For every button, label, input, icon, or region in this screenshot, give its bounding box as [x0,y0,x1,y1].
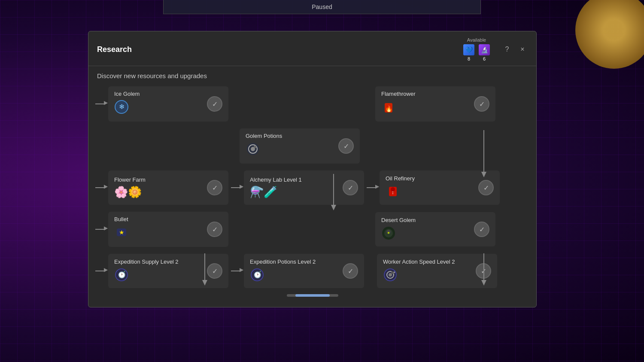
flamethrower-check[interactable]: ✓ [474,96,489,112]
arrow-ice-golem: ▶ [95,103,106,104]
available-items: 💙 8 🔬 6 [463,44,490,61]
potion-count: 8 [468,56,470,61]
scrollbar-area [95,294,529,297]
card-worker-speed[interactable]: Worker Action Speed Level 2 ✦ ✓ [377,254,497,288]
card-alchemy-lab-content: Alchemy Lab Level 1 ⚗️🧪 [250,176,343,199]
oil-refinery-check[interactable]: ✓ [478,180,494,195]
modal-title: Research [97,45,132,54]
expedition-supply-icon: 🕐 + [114,268,207,284]
ice-golem-check[interactable]: ✓ [207,96,222,112]
available-flask: 🔬 6 [479,44,490,61]
worker-speed-icon: ✦ [383,268,476,284]
card-flower-farm[interactable]: Flower Farm 🌸🌼 ✓ [108,170,228,205]
card-alchemy-lab[interactable]: Alchemy Lab Level 1 ⚗️🧪 ✓ [244,170,364,205]
svg-text:★: ★ [119,229,125,236]
svg-text:+: + [259,270,261,274]
golem-potions-title: Golem Potions [246,133,338,139]
desert-golem-icon: ● [381,226,474,242]
oil-refinery-icon: ! [386,184,478,201]
available-section: Available 💙 8 🔬 6 [463,37,490,61]
card-flower-farm-content: Flower Farm 🌸🌼 [114,176,207,199]
flower-farm-title: Flower Farm [114,176,207,183]
expedition-supply-check[interactable]: ✓ [207,263,222,279]
bullet-title: Bullet [114,216,207,222]
svg-text:+: + [124,270,126,274]
flamethrower-title: Flamethrower [381,91,474,97]
expedition-potions-check[interactable]: ✓ [343,263,358,279]
card-expedition-supply-content: Expedition Supply Level 2 🕐 + [114,259,207,284]
card-expedition-potions[interactable]: Expedition Potions Level 2 🕑 + ✓ [244,254,364,288]
svg-text:✦: ✦ [393,271,396,274]
golem-potions-check[interactable]: ✓ [338,138,354,154]
row-4: ▶ Bullet ★ ✓ [95,209,529,249]
scrollbar-thumb[interactable] [295,294,330,297]
oil-refinery-title: Oil Refinery [386,175,478,182]
card-desert-golem-content: Desert Golem ● [381,217,474,242]
flower-farm-check[interactable]: ✓ [207,180,222,195]
svg-text:●: ● [387,230,390,235]
ice-golem-icon: ❄ [114,100,207,117]
connector-lab-refinery: ▶ [367,187,377,188]
arrow-flower-farm: ▶ [95,187,106,188]
card-ice-golem[interactable]: Ice Golem ❄ ✓ [108,86,228,122]
modal-actions: Available 💙 8 🔬 6 ? × [463,37,528,61]
card-bullet-content: Bullet ★ [114,216,207,243]
flask-count: 6 [483,56,486,61]
card-ice-golem-content: Ice Golem ❄ [114,91,207,117]
row-1: ▶ Ice Golem ❄ ✓ [95,84,529,124]
deco-orb [575,0,644,69]
available-potion: 💙 8 [463,44,474,61]
card-expedition-supply[interactable]: Expedition Supply Level 2 🕐 + ✓ [108,254,228,288]
alchemy-lab-check[interactable]: ✓ [343,180,358,195]
card-expedition-potions-content: Expedition Potions Level 2 🕑 + [250,259,343,284]
card-bullet[interactable]: Bullet ★ ✓ [108,212,228,247]
bullet-icon: ★ [114,225,207,243]
card-golem-potions-content: Golem Potions [246,133,338,159]
svg-point-18 [391,187,395,192]
available-label: Available [467,37,486,43]
flamethrower-icon: 🔥 [381,100,474,117]
card-oil-refinery[interactable]: Oil Refinery ! ✓ [380,170,500,205]
row-2: Golem Potions ✓ [95,126,529,166]
help-button[interactable]: ? [502,44,512,55]
flower-farm-icon: 🌸🌼 [114,186,207,199]
alchemy-lab-icon: ⚗️🧪 [250,186,343,199]
connector-supply-potions: ▶ [231,271,241,271]
card-flamethrower-content: Flamethrower 🔥 [381,91,474,117]
scrollbar-track[interactable] [287,294,338,297]
worker-speed-check[interactable]: ✓ [476,263,491,279]
card-flamethrower[interactable]: Flamethrower 🔥 ✓ [375,86,495,122]
flask-icon: 🔬 [479,44,490,55]
arrow-expedition-supply: ▶ [95,271,106,271]
row-3: ▶ Flower Farm 🌸🌼 ✓ ▶ Alchemy Lab Level 1… [95,168,529,207]
bullet-check[interactable]: ✓ [207,222,222,237]
svg-point-15 [254,146,256,148]
desert-golem-check[interactable]: ✓ [474,222,489,237]
worker-speed-title: Worker Action Speed Level 2 [383,259,476,265]
expedition-supply-title: Expedition Supply Level 2 [114,259,207,265]
connector-farm-lab: ▶ [231,187,241,188]
paused-bar: Paused [163,0,481,14]
alchemy-lab-title: Alchemy Lab Level 1 [250,176,343,183]
research-content: ▶ Ice Golem ❄ ✓ [88,84,536,303]
paused-label: Paused [312,3,332,10]
desert-golem-title: Desert Golem [381,217,474,223]
ice-golem-title: Ice Golem [114,91,207,97]
arrow-bullet: ▶ [95,229,106,230]
expedition-potions-title: Expedition Potions Level 2 [250,259,343,265]
svg-text:🔥: 🔥 [385,105,393,113]
card-oil-refinery-content: Oil Refinery ! [386,175,478,201]
close-button[interactable]: × [517,44,528,55]
golem-potions-icon [246,142,338,159]
expedition-potions-icon: 🕑 + [250,268,343,284]
modal-subtitle: Discover new resources and upgrades [88,66,536,84]
card-desert-golem[interactable]: Desert Golem ● ✓ [375,212,495,246]
svg-text:❄: ❄ [119,103,125,110]
potion-icon: 💙 [463,44,474,55]
modal-header: Research Available 💙 8 🔬 6 ? × [88,31,536,66]
row-5: ▶ Expedition Supply Level 2 🕐 + ✓ [95,251,529,291]
deco-orb-area [558,0,644,86]
card-golem-potions[interactable]: Golem Potions ✓ [240,128,360,164]
card-worker-speed-content: Worker Action Speed Level 2 ✦ [383,259,476,284]
svg-point-33 [389,273,392,277]
